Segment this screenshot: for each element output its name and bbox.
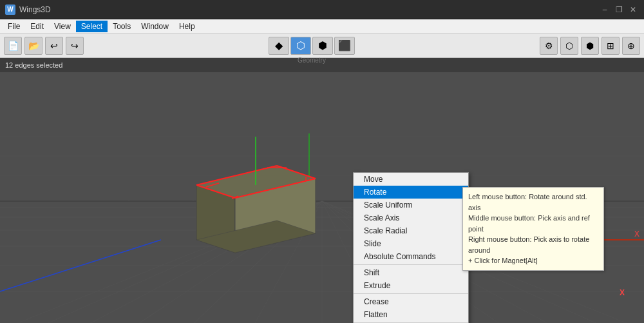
context-menu-item-rotate[interactable]: Rotate [354,186,468,199]
svg-text:X: X [634,230,639,239]
window-controls: – ❐ ✕ [599,4,639,15]
tooltip-line: Left mouse button: Rotate around std. ax… [468,191,598,213]
face-mode[interactable]: ⬢ [312,37,333,55]
tooltip: Left mouse button: Rotate around std. ax… [462,187,604,271]
maximize-button[interactable]: ❐ [613,4,625,15]
menu-item-help[interactable]: Help [174,21,200,32]
vertex-mode[interactable]: ◆ [269,37,289,55]
context-menu-item-scale-axis[interactable]: Scale Axis [354,211,468,224]
context-menu-item-slide[interactable]: Slide [354,237,468,250]
context-menu-item-extrude[interactable]: Extrude [354,279,468,292]
menu-item-label: Shift [364,268,379,277]
context-menu-item-scale-radial[interactable]: Scale Radial [354,224,468,237]
magnet-button[interactable]: ⊕ [622,37,640,55]
menu-item-label: Scale Radial [364,226,407,235]
menu-item-label: Extrude [364,281,390,290]
settings-button[interactable]: ⚙ [540,37,558,55]
mode-buttons: ◆⬡⬢⬛Geometry [269,37,355,55]
menu-item-view[interactable]: View [49,21,76,32]
toolbar: 📄📂↩↪ ◆⬡⬢⬛Geometry ⚙⬡⬢⊞⊕ [0,34,644,58]
context-menu: MoveRotateScale UniformScale AxisScale R… [353,172,469,323]
tooltip-line: + Click for Magnet[Alt] [468,255,598,266]
minimize-button[interactable]: – [599,4,611,15]
toolbar-right: ⚙⬡⬢⊞⊕ [540,37,640,55]
context-menu-item-scale-uniform[interactable]: Scale Uniform [354,199,468,211]
open-button[interactable]: 📂 [24,37,43,55]
menu-item-window[interactable]: Window [136,21,174,32]
menu-bar: FileEditViewSelectToolsWindowHelp [0,19,644,34]
tooltip-line: Right mouse button: Pick axis to rotate … [468,234,598,255]
view2-button[interactable]: ⬢ [581,37,599,55]
viewport[interactable]: X MoveRotateScal [0,72,644,323]
context-menu-item-absolute-commands[interactable]: Absolute Commands [354,250,468,263]
menu-item-select[interactable]: Select [76,21,108,32]
axis-x-label: X [620,288,625,297]
new-button[interactable]: 📄 [4,37,22,55]
redo-button[interactable]: ↪ [66,37,84,55]
context-menu-item-flatten[interactable]: Flatten [354,308,468,321]
main-layout: X MoveRotateScal [0,72,644,323]
menu-item-label: Rotate [364,188,386,197]
title-bar: W Wings3D – ❐ ✕ [0,0,644,19]
menu-item-label: Slide [364,239,381,248]
title-text: Wings3D [19,5,51,14]
menu-separator [354,264,468,265]
menu-item-label: Flatten [364,310,388,319]
body-mode[interactable]: ⬛ [334,37,355,55]
menu-item-label: Crease [364,297,389,306]
app-icon: W [5,5,15,15]
toolbar-left: 📄📂↩↪ [4,37,84,55]
geometry-label: Geometry [298,57,326,64]
context-menu-item-crease[interactable]: Crease [354,295,468,308]
menu-item-label: Scale Uniform [364,201,412,210]
close-button[interactable]: ✕ [627,4,639,15]
menu-item-file[interactable]: File [3,21,25,32]
context-menu-item-move[interactable]: Move [354,173,468,186]
status-text: 12 edges selected [5,61,62,69]
edge-mode[interactable]: ⬡ [290,37,311,55]
menu-item-edit[interactable]: Edit [25,21,49,32]
menu-item-label: Move [364,175,383,184]
title-left: W Wings3D [5,5,51,15]
menu-separator [354,293,468,294]
tooltip-line: Middle mouse button: Pick axis and ref p… [468,213,598,234]
menu-item-label: Absolute Commands [364,252,435,261]
grid-button[interactable]: ⊞ [601,37,620,55]
menu-item-label: Scale Axis [364,213,399,222]
context-menu-item-shift[interactable]: Shift [354,266,468,279]
view1-button[interactable]: ⬡ [560,37,578,55]
menu-item-tools[interactable]: Tools [108,21,136,32]
undo-button[interactable]: ↩ [45,37,63,55]
